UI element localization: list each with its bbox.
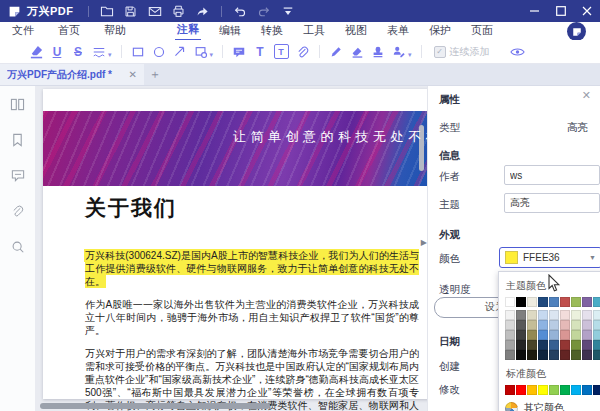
color-swatch[interactable] <box>516 340 526 350</box>
color-swatch[interactable] <box>582 310 592 320</box>
color-swatch[interactable] <box>560 330 570 340</box>
other-colors-item[interactable]: 其它颜色 <box>505 401 600 411</box>
color-dropdown[interactable]: FFEE36 ▼ <box>499 247 600 268</box>
redo-icon[interactable] <box>252 1 276 21</box>
color-swatch[interactable] <box>527 310 537 320</box>
color-swatch[interactable] <box>549 330 559 340</box>
color-swatch[interactable] <box>571 350 581 360</box>
color-swatch[interactable] <box>549 340 559 350</box>
color-swatch[interactable] <box>538 310 548 320</box>
color-swatch[interactable] <box>582 330 592 340</box>
color-swatch[interactable] <box>560 340 570 350</box>
underline-icon[interactable]: U <box>47 43 67 61</box>
customize-toolbar-icon[interactable] <box>276 1 300 21</box>
account-icon[interactable] <box>567 22 586 41</box>
color-swatch[interactable] <box>516 310 526 320</box>
attachment-icon[interactable] <box>292 43 312 61</box>
comments-icon[interactable] <box>11 169 25 182</box>
color-swatch[interactable] <box>516 330 526 340</box>
color-swatch[interactable] <box>593 385 600 395</box>
color-swatch[interactable] <box>549 310 559 320</box>
strikethrough-icon[interactable]: S <box>68 43 88 61</box>
undo-icon[interactable] <box>228 1 252 21</box>
rectangle-icon[interactable] <box>128 43 148 61</box>
tab-page[interactable]: 页面 <box>469 22 495 40</box>
color-swatch[interactable] <box>571 340 581 350</box>
share-icon[interactable] <box>191 1 215 21</box>
color-swatch[interactable] <box>527 297 537 307</box>
author-field[interactable] <box>504 165 600 185</box>
color-swatch[interactable] <box>560 320 570 330</box>
color-swatch[interactable] <box>549 350 559 360</box>
color-swatch[interactable] <box>560 310 570 320</box>
tab-view[interactable]: 视图 <box>343 22 369 40</box>
print-icon[interactable] <box>167 1 191 21</box>
color-swatch[interactable] <box>527 350 537 360</box>
panel-close-icon[interactable]: ✕ <box>582 89 591 102</box>
squiggly-line-icon[interactable] <box>89 43 109 61</box>
email-icon[interactable] <box>143 1 167 21</box>
color-swatch[interactable] <box>538 340 548 350</box>
color-swatch[interactable] <box>538 350 548 360</box>
document-tab[interactable]: 万兴PDF产品介绍.pdf * ✕ <box>0 64 144 85</box>
chevron-down-icon[interactable]: ▾ <box>408 51 412 59</box>
color-swatch[interactable] <box>505 350 515 360</box>
tab-form[interactable]: 表单 <box>385 22 411 40</box>
color-swatch[interactable] <box>527 340 537 350</box>
color-swatch[interactable] <box>549 320 559 330</box>
text-icon[interactable]: T <box>250 43 270 61</box>
color-swatch[interactable] <box>516 320 526 330</box>
color-swatch[interactable] <box>593 330 600 340</box>
search-icon[interactable] <box>11 240 25 254</box>
color-swatch[interactable] <box>593 320 600 330</box>
menu-help[interactable]: 帮助 <box>102 22 128 40</box>
arrow-icon[interactable] <box>170 43 190 61</box>
color-swatch[interactable] <box>593 310 600 320</box>
color-swatch[interactable] <box>538 330 548 340</box>
attachments-icon[interactable] <box>11 204 24 218</box>
text-box-icon[interactable]: T <box>271 43 291 61</box>
color-swatch[interactable] <box>516 297 526 307</box>
color-swatch[interactable] <box>538 297 548 307</box>
color-swatch[interactable] <box>505 385 515 395</box>
ellipse-icon[interactable] <box>149 43 169 61</box>
color-swatch[interactable] <box>549 297 559 307</box>
color-swatch[interactable] <box>571 297 581 307</box>
color-swatch[interactable] <box>505 340 515 350</box>
color-swatch[interactable] <box>527 320 537 330</box>
menu-file[interactable]: 文件 <box>10 22 36 40</box>
chevron-down-icon[interactable]: ▾ <box>210 51 214 59</box>
color-swatch[interactable] <box>538 385 548 395</box>
menu-home[interactable]: 首页 <box>56 22 82 40</box>
color-swatch[interactable] <box>582 297 592 307</box>
color-swatch[interactable] <box>582 320 592 330</box>
color-swatch[interactable] <box>560 350 570 360</box>
color-swatch[interactable] <box>571 330 581 340</box>
tab-convert[interactable]: 转换 <box>259 22 285 40</box>
highlight-annotation[interactable]: 万兴科技(300624.SZ)是国内A股上市的智慧科技企业，我们为人们的生活与工… <box>85 249 419 288</box>
thumbnails-icon[interactable] <box>10 98 25 111</box>
color-swatch[interactable] <box>505 320 515 330</box>
color-swatch[interactable] <box>593 340 600 350</box>
horizontal-scrollbar[interactable] <box>40 403 270 409</box>
open-folder-icon[interactable] <box>95 1 119 21</box>
color-swatch[interactable] <box>505 297 515 307</box>
minimize-icon[interactable] <box>522 0 548 22</box>
pencil-icon[interactable] <box>326 43 346 61</box>
eraser-icon[interactable] <box>347 43 367 61</box>
color-swatch[interactable] <box>516 385 526 395</box>
color-swatch[interactable] <box>571 320 581 330</box>
maximize-icon[interactable] <box>548 0 574 22</box>
color-swatch[interactable] <box>516 350 526 360</box>
color-swatch[interactable] <box>593 350 600 360</box>
color-swatch[interactable] <box>549 385 559 395</box>
stamp-icon[interactable] <box>368 43 388 61</box>
highlighter-icon[interactable] <box>26 43 46 61</box>
color-swatch[interactable] <box>538 320 548 330</box>
tab-close-icon[interactable]: ✕ <box>129 69 137 80</box>
bookmark-icon[interactable] <box>11 133 24 147</box>
color-swatch[interactable] <box>582 385 592 395</box>
color-swatch[interactable] <box>527 330 537 340</box>
tab-protect[interactable]: 保护 <box>427 22 453 40</box>
comment-icon[interactable] <box>229 43 249 61</box>
